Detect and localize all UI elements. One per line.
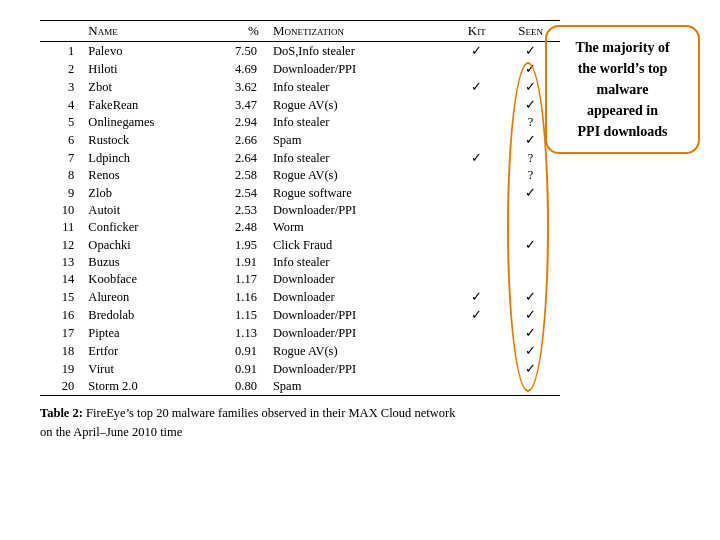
- cell-pct: 2.66: [210, 131, 265, 149]
- cell-pct: 0.80: [210, 378, 265, 396]
- cell-name: Koobface: [80, 271, 210, 288]
- cell-kit: [452, 324, 501, 342]
- cell-pct: 1.15: [210, 306, 265, 324]
- cell-pct: 1.16: [210, 288, 265, 306]
- cell-monetization: Info stealer: [265, 114, 452, 131]
- callout-line4: appeared in: [587, 103, 658, 118]
- cell-monetization: Info stealer: [265, 78, 452, 96]
- cell-name: Autoit: [80, 202, 210, 219]
- cell-rank: 20: [40, 378, 80, 396]
- cell-kit: ✓: [452, 288, 501, 306]
- cell-pct: 2.58: [210, 167, 265, 184]
- cell-rank: 10: [40, 202, 80, 219]
- cell-kit: [452, 342, 501, 360]
- cell-rank: 17: [40, 324, 80, 342]
- cell-seen: ✓: [501, 342, 560, 360]
- cell-seen: [501, 378, 560, 396]
- cell-kit: [452, 131, 501, 149]
- cell-rank: 16: [40, 306, 80, 324]
- table-row: 1Palevo7.50DoS,Info stealer✓✓: [40, 42, 560, 61]
- cell-name: Hiloti: [80, 60, 210, 78]
- cell-monetization: Downloader: [265, 271, 452, 288]
- cell-rank: 13: [40, 254, 80, 271]
- cell-monetization: Downloader/PPI: [265, 324, 452, 342]
- table-row: 6Rustock2.66Spam✓: [40, 131, 560, 149]
- cell-pct: 4.69: [210, 60, 265, 78]
- cell-pct: 2.53: [210, 202, 265, 219]
- cell-rank: 15: [40, 288, 80, 306]
- caption-text: FireEye’s top 20 malware families observ…: [40, 406, 455, 439]
- cell-kit: [452, 219, 501, 236]
- cell-seen: [501, 254, 560, 271]
- cell-rank: 1: [40, 42, 80, 61]
- cell-monetization: Downloader/PPI: [265, 60, 452, 78]
- cell-monetization: Info stealer: [265, 149, 452, 167]
- col-header-rank: [40, 21, 80, 42]
- cell-seen: ?: [501, 167, 560, 184]
- cell-monetization: Info stealer: [265, 254, 452, 271]
- cell-pct: 2.64: [210, 149, 265, 167]
- cell-name: Ldpinch: [80, 149, 210, 167]
- table-row: 18Ertfor0.91Rogue AV(s)✓: [40, 342, 560, 360]
- cell-rank: 9: [40, 184, 80, 202]
- cell-rank: 4: [40, 96, 80, 114]
- cell-kit: [452, 167, 501, 184]
- cell-monetization: Downloader/PPI: [265, 306, 452, 324]
- cell-monetization: Rogue AV(s): [265, 342, 452, 360]
- table-caption: Table 2: FireEye’s top 20 malware famili…: [40, 404, 460, 442]
- cell-monetization: Spam: [265, 131, 452, 149]
- cell-rank: 2: [40, 60, 80, 78]
- table-row: 15Alureon1.16Downloader✓✓: [40, 288, 560, 306]
- cell-rank: 5: [40, 114, 80, 131]
- cell-kit: ✓: [452, 306, 501, 324]
- cell-kit: [452, 271, 501, 288]
- cell-seen: [501, 202, 560, 219]
- table-row: 13Buzus1.91Info stealer: [40, 254, 560, 271]
- callout-line3: malware: [597, 82, 649, 97]
- cell-rank: 12: [40, 236, 80, 254]
- table-row: 11Conficker2.48Worm: [40, 219, 560, 236]
- cell-seen: ✓: [501, 360, 560, 378]
- cell-name: Onlinegames: [80, 114, 210, 131]
- cell-seen: [501, 271, 560, 288]
- cell-name: FakeRean: [80, 96, 210, 114]
- cell-pct: 0.91: [210, 360, 265, 378]
- cell-rank: 18: [40, 342, 80, 360]
- cell-monetization: Downloader/PPI: [265, 360, 452, 378]
- cell-kit: [452, 202, 501, 219]
- cell-seen: ✓: [501, 236, 560, 254]
- cell-name: Zlob: [80, 184, 210, 202]
- cell-pct: 1.13: [210, 324, 265, 342]
- cell-monetization: DoS,Info stealer: [265, 42, 452, 61]
- cell-pct: 1.91: [210, 254, 265, 271]
- col-header-monetization: Monetization: [265, 21, 452, 42]
- cell-rank: 6: [40, 131, 80, 149]
- cell-pct: 7.50: [210, 42, 265, 61]
- cell-rank: 7: [40, 149, 80, 167]
- table-row: 5Onlinegames2.94Info stealer?: [40, 114, 560, 131]
- cell-kit: [452, 60, 501, 78]
- table-row: 19Virut0.91Downloader/PPI✓: [40, 360, 560, 378]
- cell-name: Alureon: [80, 288, 210, 306]
- cell-name: Opachki: [80, 236, 210, 254]
- cell-rank: 3: [40, 78, 80, 96]
- caption-label: Table 2:: [40, 406, 83, 420]
- cell-name: Virut: [80, 360, 210, 378]
- col-header-kit: Kit: [452, 21, 501, 42]
- cell-kit: [452, 96, 501, 114]
- cell-pct: 3.62: [210, 78, 265, 96]
- table-row: 10Autoit2.53Downloader/PPI: [40, 202, 560, 219]
- table-row: 16Bredolab1.15Downloader/PPI✓✓: [40, 306, 560, 324]
- cell-name: Storm 2.0: [80, 378, 210, 396]
- table-row: 12Opachki1.95Click Fraud✓: [40, 236, 560, 254]
- cell-name: Palevo: [80, 42, 210, 61]
- cell-monetization: Rogue AV(s): [265, 96, 452, 114]
- cell-kit: ✓: [452, 149, 501, 167]
- table-row: 4FakeRean3.47Rogue AV(s)✓: [40, 96, 560, 114]
- main-container: Name % Monetization Kit Seen 1Palevo7.50…: [20, 20, 700, 442]
- cell-seen: ✓: [501, 306, 560, 324]
- cell-name: Conficker: [80, 219, 210, 236]
- cell-rank: 14: [40, 271, 80, 288]
- table-row: 17Piptea1.13Downloader/PPI✓: [40, 324, 560, 342]
- cell-pct: 2.54: [210, 184, 265, 202]
